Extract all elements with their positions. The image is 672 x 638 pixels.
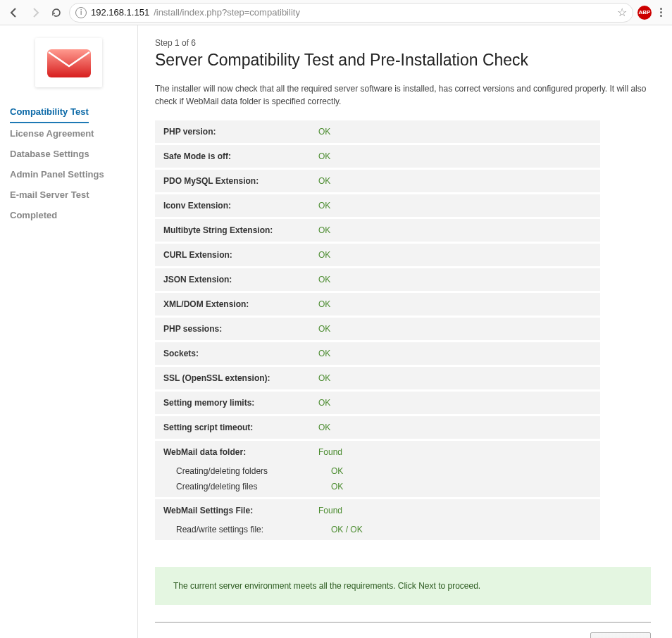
check-value: OK	[331, 482, 343, 492]
check-value: OK	[318, 373, 330, 383]
check-row: WebMail data folder:Found	[155, 441, 600, 463]
check-label: Setting script timeout:	[163, 423, 318, 432]
check-value: Found	[318, 447, 342, 457]
url-path: /install/index.php?step=compatibility	[154, 7, 300, 18]
check-value: OK	[318, 201, 330, 211]
check-row: Sockets:OK	[155, 342, 600, 365]
browser-toolbar: i 192.168.1.151/install/index.php?step=c…	[0, 0, 672, 25]
check-row: JSON Extension:OK	[155, 268, 600, 291]
sidebar-item-completed[interactable]: Completed	[10, 205, 127, 225]
sidebar-item-email[interactable]: E-mail Server Test	[10, 184, 127, 205]
check-label: JSON Extension:	[163, 275, 318, 284]
check-label: SSL (OpenSSL extension):	[163, 373, 318, 383]
check-label: Read/write settings file:	[176, 525, 331, 534]
check-value: OK	[318, 151, 330, 161]
check-label: PHP sessions:	[163, 324, 318, 334]
check-label: WebMail data folder:	[163, 447, 318, 457]
button-row: Next	[155, 632, 651, 638]
bookmark-star-icon[interactable]: ☆	[617, 6, 627, 19]
check-row: PDO MySQL Extension:OK	[155, 170, 600, 192]
check-subrow: Creating/deleting foldersOK	[155, 463, 600, 479]
check-row: Setting script timeout:OK	[155, 416, 600, 439]
check-row: Setting memory limits:OK	[155, 392, 600, 414]
address-bar[interactable]: i 192.168.1.151/install/index.php?step=c…	[69, 3, 633, 23]
check-subrow: Creating/deleting filesOK	[155, 479, 600, 494]
check-row: XML/DOM Extension:OK	[155, 293, 600, 315]
check-value: OK	[318, 398, 330, 408]
sidebar: Compatibility Test License Agreement Dat…	[0, 25, 137, 638]
check-value: OK	[318, 127, 330, 137]
check-label: CURL Extension:	[163, 250, 318, 260]
check-value: OK	[318, 324, 330, 334]
check-row: WebMail Settings File:Found	[155, 499, 600, 522]
step-indicator: Step 1 of 6	[155, 38, 651, 48]
check-label: Sockets:	[163, 349, 318, 358]
page-title: Server Compatibility Test and Pre-Instal…	[155, 51, 651, 70]
adblock-icon[interactable]: ABP	[637, 6, 652, 20]
check-value: OK	[318, 349, 330, 358]
check-row: PHP version:OK	[155, 120, 600, 143]
install-steps-nav: Compatibility Test License Agreement Dat…	[10, 101, 127, 225]
check-row: CURL Extension:OK	[155, 244, 600, 266]
check-label: XML/DOM Extension:	[163, 299, 318, 309]
check-subrow: Read/write settings file:OK / OK	[155, 522, 600, 537]
check-group-data-folder: WebMail data folder:Found Creating/delet…	[155, 441, 600, 497]
svg-rect-0	[47, 49, 91, 77]
sidebar-item-admin[interactable]: Admin Panel Settings	[10, 164, 127, 184]
check-value: OK	[331, 466, 343, 476]
url-host: 192.168.1.151	[91, 7, 149, 18]
sidebar-item-compatibility[interactable]: Compatibility Test	[10, 101, 89, 123]
check-value: OK	[318, 299, 330, 309]
reload-button[interactable]	[48, 4, 65, 21]
check-value: OK	[318, 225, 330, 235]
check-label: PHP version:	[163, 127, 318, 137]
check-value: OK	[318, 275, 330, 284]
intro-text: The installer will now check that all th…	[155, 82, 651, 108]
check-label: Setting memory limits:	[163, 398, 318, 408]
browser-menu-icon[interactable]	[656, 8, 666, 17]
check-label: Creating/deleting folders	[176, 466, 331, 476]
divider	[155, 622, 651, 623]
check-row: Iconv Extension:OK	[155, 194, 600, 217]
check-row: Safe Mode is off:OK	[155, 145, 600, 168]
check-label: Creating/deleting files	[176, 482, 331, 492]
check-label: Multibyte String Extension:	[163, 225, 318, 235]
main-content: Step 1 of 6 Server Compatibility Test an…	[137, 25, 672, 638]
back-button[interactable]	[6, 4, 23, 21]
check-value: OK	[318, 423, 330, 432]
check-label: WebMail Settings File:	[163, 506, 318, 515]
check-label: PDO MySQL Extension:	[163, 176, 318, 186]
check-value: OK / OK	[331, 525, 363, 534]
site-info-icon[interactable]: i	[75, 7, 87, 18]
check-value: Found	[318, 506, 342, 515]
check-row: SSL (OpenSSL extension):OK	[155, 367, 600, 389]
check-group-settings-file: WebMail Settings File:Found Read/write s…	[155, 499, 600, 540]
success-banner: The current server environment meets all…	[155, 567, 651, 605]
forward-button[interactable]	[27, 4, 44, 21]
check-label: Safe Mode is off:	[163, 151, 318, 161]
check-label: Iconv Extension:	[163, 201, 318, 211]
sidebar-item-database[interactable]: Database Settings	[10, 144, 127, 164]
checks-table: PHP version:OK Safe Mode is off:OK PDO M…	[155, 120, 600, 540]
app-logo	[35, 38, 102, 87]
sidebar-item-license[interactable]: License Agreement	[10, 123, 127, 144]
next-button[interactable]: Next	[590, 632, 651, 638]
check-row: PHP sessions:OK	[155, 318, 600, 340]
check-value: OK	[318, 250, 330, 260]
check-row: Multibyte String Extension:OK	[155, 219, 600, 242]
check-value: OK	[318, 176, 330, 186]
